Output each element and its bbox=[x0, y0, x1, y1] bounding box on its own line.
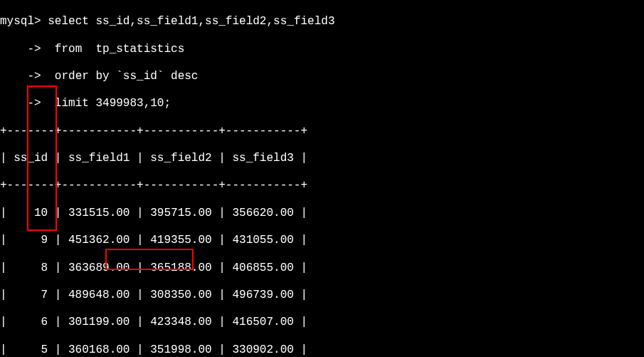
table-row: | 5 | 360168.00 | 351998.00 | 330902.00 … bbox=[0, 343, 644, 357]
table-header: | ss_id | ss_field1 | ss_field2 | ss_fie… bbox=[0, 152, 644, 165]
table-row: | 6 | 301199.00 | 423348.00 | 416507.00 … bbox=[0, 316, 644, 329]
sql-text: from tp_statistics bbox=[48, 43, 184, 56]
table-separator: +-------+-----------+-----------+-------… bbox=[0, 179, 644, 192]
query-line: -> limit 3499983,10; bbox=[0, 97, 644, 110]
sql-text: select ss_id,ss_field1,ss_field2,ss_fiel… bbox=[48, 15, 334, 28]
continuation-arrow: -> bbox=[0, 97, 48, 110]
continuation-arrow: -> bbox=[0, 43, 48, 56]
continuation-arrow: -> bbox=[0, 70, 48, 83]
table-row: | 8 | 363689.00 | 365188.00 | 406855.00 … bbox=[0, 262, 644, 275]
table-row: | 7 | 489648.00 | 308350.00 | 496739.00 … bbox=[0, 289, 644, 302]
query-line: -> from tp_statistics bbox=[0, 43, 644, 56]
query-line: -> order by `ss_id` desc bbox=[0, 70, 644, 83]
table-row: | 10 | 331515.00 | 395715.00 | 356620.00… bbox=[0, 207, 644, 220]
terminal-output: mysql> select ss_id,ss_field1,ss_field2,… bbox=[0, 0, 644, 357]
query-line: mysql> select ss_id,ss_field1,ss_field2,… bbox=[0, 15, 644, 29]
sql-text: order by `ss_id` desc bbox=[48, 70, 198, 83]
table-separator: +-------+-----------+-----------+-------… bbox=[0, 125, 644, 138]
sql-text: limit 3499983,10; bbox=[48, 97, 171, 110]
table-row: | 9 | 451362.00 | 419355.00 | 431055.00 … bbox=[0, 234, 644, 247]
mysql-prompt: mysql> bbox=[0, 15, 48, 28]
